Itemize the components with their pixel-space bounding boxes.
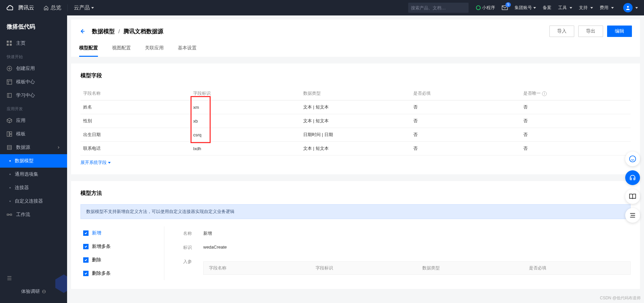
layout-icon	[7, 131, 12, 137]
sidebar-sub-option-set[interactable]: 通用选项集	[0, 168, 67, 181]
user-icon	[625, 5, 631, 10]
table-row[interactable]: 姓名xm文本 | 短文本否否	[80, 100, 631, 114]
tab-view-config[interactable]: 视图配置	[112, 45, 131, 57]
sidebar-item-create-app[interactable]: 创建应用	[0, 62, 67, 75]
method-nav-item[interactable]: 新增	[80, 226, 157, 240]
table-row[interactable]: 出生日期csrq日期时间 | 日期否否	[80, 128, 631, 142]
list-icon	[629, 212, 636, 219]
mail-badge: 5	[505, 2, 511, 7]
chevron-icon	[57, 146, 60, 149]
table-row[interactable]: 性别xb文本 | 短文本否否	[80, 114, 631, 128]
grid-icon	[7, 41, 12, 46]
messages-link[interactable]: 5	[502, 5, 508, 10]
svg-point-2	[627, 6, 629, 8]
check-icon	[83, 257, 89, 263]
check-icon	[83, 244, 89, 249]
sidebar-sub-data-model[interactable]: 数据模型	[0, 154, 67, 168]
methods-alert: 数据模型不支持新增自定义方法，可以使用自定义连接器实现自定义业务逻辑	[80, 204, 631, 219]
sidebar-item-template-center[interactable]: 模板中心	[0, 75, 67, 89]
top-link-tools[interactable]: 工具	[558, 5, 572, 11]
svg-rect-8	[7, 80, 12, 84]
tab-model-config[interactable]: 模型配置	[79, 45, 98, 57]
chevron-down-icon	[611, 7, 614, 9]
tab-related-apps[interactable]: 关联应用	[145, 45, 164, 57]
sidebar-sub-connector[interactable]: 连接器	[0, 181, 67, 194]
sidebar-item-home[interactable]: 主页	[0, 37, 67, 50]
book-icon	[7, 93, 12, 98]
methods-card-title: 模型方法	[80, 190, 631, 197]
sidebar-item-templates[interactable]: 模板	[0, 127, 67, 141]
database-icon	[7, 145, 12, 150]
method-nav-item[interactable]: 新增多条	[80, 240, 157, 253]
search-input[interactable]	[411, 5, 467, 10]
svg-point-17	[630, 156, 636, 162]
back-button[interactable]	[79, 28, 86, 35]
brand: 腾讯云	[18, 4, 34, 11]
sidebar-item-learning[interactable]: 学习中心	[0, 89, 67, 102]
svg-rect-11	[10, 132, 12, 134]
miniapp-link[interactable]: 小程序	[476, 5, 495, 11]
svg-rect-12	[10, 134, 12, 136]
svg-rect-4	[10, 41, 12, 43]
expand-system-fields[interactable]: 展开系统字段	[80, 160, 111, 166]
sidebar-sub-custom-connector[interactable]: 自定义连接器	[0, 194, 67, 208]
overview-link[interactable]: 总览	[44, 4, 61, 11]
fields-table: 字段名称 字段标识 数据类型 是否必填 是否唯一i 姓名xm文本 | 短文本否否…	[80, 87, 631, 156]
main-content: 数据模型 / 腾讯文档数据源 导入 导出 编辑 模型配置 视图配置 关联应用 基…	[67, 15, 644, 303]
watermark: CSDN @低代码布道师	[600, 295, 641, 301]
breadcrumb: 数据模型 / 腾讯文档数据源	[92, 28, 163, 35]
export-button[interactable]: 导出	[578, 26, 603, 37]
float-feedback-button[interactable]	[625, 152, 640, 166]
plus-circle-icon	[7, 66, 12, 71]
sidebar-item-workflows[interactable]: 工作流	[0, 208, 67, 221]
svg-rect-10	[7, 132, 9, 136]
products-dropdown[interactable]: 云产品	[67, 4, 94, 11]
table-row[interactable]: 联系电话lxdh文本 | 短文本否否	[80, 142, 631, 156]
chevron-down-icon	[570, 7, 572, 9]
method-nav: 新增新增多条删除删除多条	[80, 226, 164, 280]
methods-card: 模型方法 数据模型不支持新增自定义方法，可以使用自定义连接器实现自定义业务逻辑 …	[71, 181, 640, 289]
svg-rect-5	[7, 44, 9, 46]
sidebar: 微搭低代码 主页 快速开始 创建应用 模板中心 学习中心 应用开发 应用 模板	[0, 15, 67, 303]
sidebar-item-apps[interactable]: 应用	[0, 114, 67, 127]
search-input-wrap[interactable]	[408, 3, 469, 13]
book-open-icon	[629, 193, 636, 200]
smile-icon	[629, 155, 636, 163]
top-link-fee[interactable]: 费用	[600, 5, 614, 11]
page-header: 数据模型 / 腾讯文档数据源 导入 导出 编辑 模型配置 视图配置 关联应用 基…	[71, 19, 640, 57]
chevron-down-icon	[91, 7, 94, 9]
check-icon	[83, 271, 89, 276]
miniapp-icon	[476, 5, 481, 10]
svg-rect-6	[10, 44, 12, 46]
sidebar-section-appdev: 应用开发	[0, 102, 67, 114]
top-link-support[interactable]: 支持	[579, 5, 593, 11]
method-nav-item[interactable]: 删除	[80, 253, 157, 267]
chevron-down-icon	[108, 162, 111, 164]
fields-card-title: 模型字段	[80, 72, 631, 79]
template-icon	[7, 79, 12, 85]
param-table-header: 字段名称 字段标识 数据类型 是否必填	[203, 261, 631, 275]
chevron-down-icon	[635, 7, 638, 9]
headset-icon	[629, 174, 636, 181]
svg-rect-13	[7, 145, 11, 149]
avatar[interactable]	[623, 3, 633, 12]
chevron-down-icon	[533, 7, 536, 9]
float-menu-button[interactable]	[625, 208, 640, 223]
svg-rect-15	[10, 214, 12, 215]
float-support-button[interactable]	[625, 170, 640, 185]
top-link-beian[interactable]: 备案	[543, 5, 551, 11]
method-nav-item[interactable]: 删除多条	[80, 267, 157, 280]
import-button[interactable]: 导入	[549, 26, 574, 37]
account-dropdown[interactable]: 集团账号	[515, 5, 536, 11]
float-docs-button[interactable]	[625, 189, 640, 204]
info-icon[interactable]: i	[542, 91, 547, 96]
arrow-left-icon	[79, 28, 86, 35]
tab-basic-settings[interactable]: 基本设置	[178, 45, 197, 57]
decoration-icon	[54, 273, 67, 293]
sidebar-title: 微搭低代码	[0, 15, 67, 37]
edit-button[interactable]: 编辑	[607, 26, 632, 37]
fields-card: 模型字段 字段名称 字段标识 数据类型 是否必填 是否唯一i 姓名xm文本 | …	[71, 63, 640, 174]
cloud-logo-icon	[6, 3, 15, 12]
sidebar-item-datasource[interactable]: 数据源	[0, 141, 67, 154]
link-icon	[42, 290, 46, 294]
